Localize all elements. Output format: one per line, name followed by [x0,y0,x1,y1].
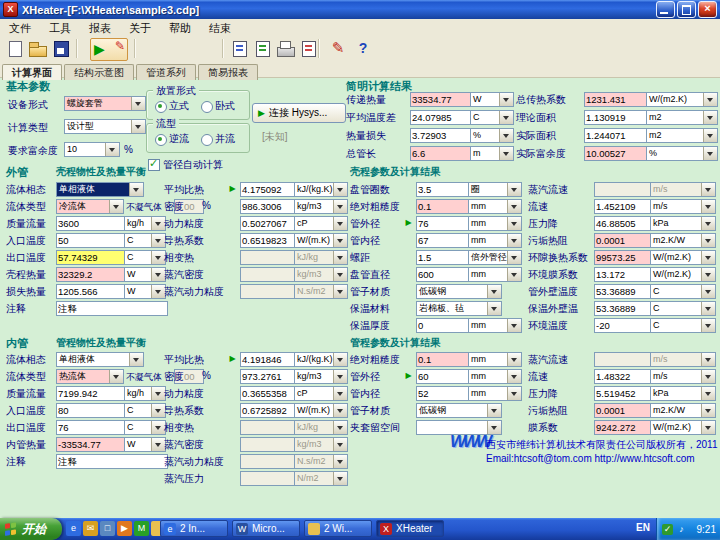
chevron-down-icon[interactable] [333,268,347,281]
outer-prop-value[interactable] [240,284,296,299]
report-table-icon[interactable] [251,38,273,59]
chevron-down-icon[interactable] [701,285,715,298]
open-icon[interactable] [27,38,49,59]
result-value[interactable]: 1231.431 [584,92,648,107]
unit-dropdown[interactable]: C [124,403,166,418]
apply-arrow-icon[interactable]: ▶ [227,352,238,365]
inner-result-value[interactable] [594,352,652,367]
tab-4[interactable]: 简易报表 [198,64,258,80]
unit-dropdown[interactable]: kPa [650,386,716,401]
chevron-down-icon[interactable] [151,234,165,247]
unit-dropdown[interactable]: mm [468,267,522,282]
menu-item-4[interactable]: 关于 [120,19,160,36]
outer-result-value[interactable]: 99573.25 [594,250,652,265]
unit-dropdown[interactable]: W/(m2.K) [646,92,718,107]
outlook-icon[interactable]: ✉ [83,521,98,536]
unit-dropdown[interactable]: kg/m3 [294,369,348,384]
chevron-down-icon[interactable] [701,302,715,315]
outer-value[interactable]: 1205.566 [56,284,126,299]
chevron-down-icon[interactable] [499,111,513,124]
outer-result-value[interactable]: 53.36889 [594,284,652,299]
outer-value[interactable]: 32329.2 [56,267,126,282]
menu-item-3[interactable]: 报表 [80,19,120,36]
chevron-down-icon[interactable] [333,472,347,485]
report-doc-icon[interactable] [228,38,250,59]
chevron-down-icon[interactable] [701,353,715,366]
chevron-down-icon[interactable] [333,183,347,196]
chevron-down-icon[interactable] [703,129,717,142]
outer-param-value[interactable]: 76 [416,216,470,231]
chevron-down-icon[interactable] [333,234,347,247]
unit-dropdown[interactable]: m2 [646,110,718,125]
task-button-2 In...[interactable]: e2 In... [160,520,228,537]
radio-卧式[interactable] [201,101,213,113]
chevron-down-icon[interactable] [701,234,715,247]
chevron-down-icon[interactable] [507,251,521,264]
unit-dropdown[interactable]: m/s [650,182,716,197]
unit-dropdown[interactable]: kJ/kg [294,420,348,435]
chevron-down-icon[interactable] [109,200,123,213]
unit-dropdown[interactable]: W [470,92,514,107]
radio-立式[interactable] [155,101,167,113]
unit-dropdown[interactable]: mm [468,216,522,231]
inner-prop-value[interactable]: 0.6725892 [240,403,296,418]
outer-dropdown[interactable]: 冷流体 [56,199,124,214]
help-icon[interactable]: ? [352,38,374,59]
outer-value[interactable]: 57.74329 [56,250,126,265]
outer-result-value[interactable]: 1.452109 [594,199,652,214]
inner-param-value[interactable]: 52 [416,386,470,401]
task-button-XHeater[interactable]: XXHeater [376,520,444,537]
task-button-2 Wi...[interactable]: 2 Wi... [304,520,372,537]
inner-param-value[interactable]: 60 [416,369,470,384]
start-button[interactable]: 开始 [0,518,62,540]
inner-result-value[interactable]: 1.48322 [594,369,652,384]
outer-result-value[interactable]: 53.36889 [594,301,652,316]
outer-prop-value[interactable]: 0.6519823 [240,233,296,248]
unit-dropdown[interactable]: % [646,146,718,161]
unit-dropdown[interactable]: mm [468,199,522,214]
menu-item-6[interactable]: 结束 [200,19,240,36]
chevron-down-icon[interactable] [499,129,513,142]
unit-dropdown[interactable]: 圈 [468,182,522,197]
unit-dropdown[interactable]: C [650,318,716,333]
inner-prop-value[interactable] [240,420,296,435]
inner-dropdown[interactable]: 热流体 [56,369,124,384]
inner-param-value[interactable]: 0.1 [416,352,470,367]
result-value[interactable]: 24.07985 [410,110,472,125]
chevron-down-icon[interactable] [333,438,347,451]
unit-dropdown[interactable]: m2.K/W [650,403,716,418]
chevron-down-icon[interactable] [507,370,521,383]
outer-result-value[interactable] [594,182,652,197]
unit-dropdown[interactable]: kJ/(kg.K) [294,182,348,197]
volume-icon[interactable]: ♪ [676,524,687,535]
chevron-down-icon[interactable] [151,285,165,298]
chevron-down-icon[interactable] [499,147,513,160]
unit-dropdown[interactable]: kg/m3 [294,199,348,214]
chevron-down-icon[interactable] [701,421,715,434]
outer-value[interactable]: 50 [56,233,126,248]
chevron-down-icon[interactable] [507,268,521,281]
inner-result-value[interactable]: 9242.272 [594,420,652,435]
chevron-down-icon[interactable] [333,251,347,264]
unit-dropdown[interactable]: W/(m2.K) [650,267,716,282]
outer-param-value[interactable]: 3.5 [416,182,470,197]
tab-2[interactable]: 结构示意图 [64,64,134,80]
basic-dropdown[interactable]: 螺旋套管 [64,96,146,111]
inner-prop-value[interactable] [240,454,296,469]
pen-icon[interactable]: ✎ [327,38,349,59]
chevron-down-icon[interactable] [131,97,145,110]
unit-dropdown[interactable]: mm [468,233,522,248]
task-button-Micro...[interactable]: WMicro... [232,520,300,537]
chevron-down-icon[interactable] [701,370,715,383]
outer-prop-value[interactable] [240,250,296,265]
outer-param-dropdown[interactable]: 岩棉板、毡 [416,301,502,316]
result-value[interactable]: 33534.77 [410,92,472,107]
menu-item-2[interactable]: 工具 [40,19,80,36]
unit-dropdown[interactable]: C [124,250,166,265]
unit-dropdown[interactable]: W/(m.K) [294,233,348,248]
apply-arrow-icon[interactable]: ▶ [403,216,414,229]
chevron-down-icon[interactable] [487,285,501,298]
chevron-down-icon[interactable] [703,147,717,160]
outer-prop-value[interactable]: 986.3006 [240,199,296,214]
outer-param-value[interactable]: 67 [416,233,470,248]
